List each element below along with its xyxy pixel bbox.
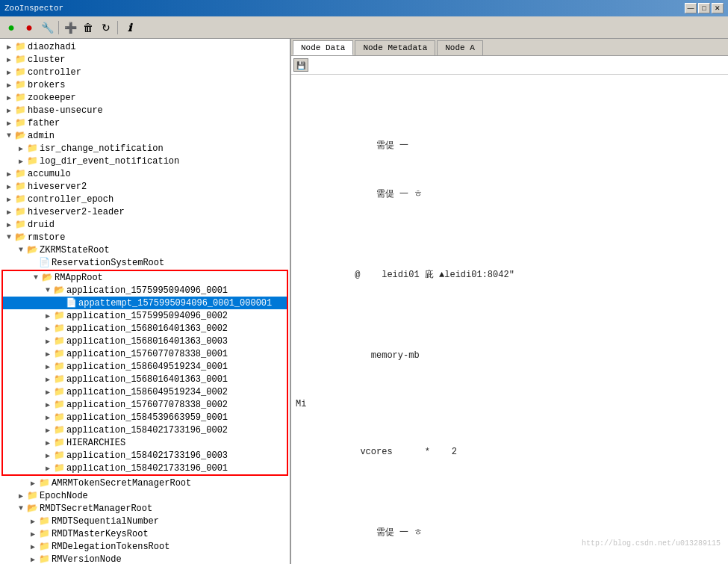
expander-icon[interactable]: ▶ (3, 106, 15, 115)
disconnect-button[interactable]: ● (21, 19, 37, 36)
list-item[interactable]: ▶ 📁 hiveserver2 (0, 180, 290, 193)
item-label: EpochNode (40, 491, 88, 501)
save-button[interactable]: 💾 (293, 58, 308, 72)
list-item[interactable]: ▶ 📁 application_1576077078338_0002 (3, 398, 287, 411)
expander-icon[interactable]: ▼ (3, 233, 15, 241)
list-item[interactable]: ▶ 📁 controller (0, 66, 290, 78)
expander-icon[interactable]: ▶ (3, 220, 15, 229)
list-item[interactable]: ▶ 📄 appattempt_1575995094096_0001_000001 (3, 297, 287, 309)
expander-icon[interactable]: ▶ (42, 388, 54, 397)
add-node-button[interactable]: ➕ (62, 19, 78, 36)
list-item[interactable]: ▶ 📁 RMDTMasterKeysRoot (0, 527, 290, 540)
list-item[interactable]: ▶ 📁 application_1586049519234_0001 (3, 360, 287, 373)
list-item[interactable]: ▼ 📂 rmstore (0, 231, 290, 244)
list-item[interactable]: ▶ 📁 brokers (0, 78, 290, 91)
list-item[interactable]: ▶ 📁 accumulo (0, 167, 290, 180)
list-item[interactable]: ▶ 📁 log_dir_event_notification (0, 155, 290, 167)
expander-icon[interactable]: ▶ (27, 479, 39, 488)
list-item[interactable]: ▶ 📁 hiveserver2-leader (0, 205, 290, 218)
list-item[interactable]: ▶ 📁 HIERARCHIES (3, 436, 287, 449)
list-item[interactable]: ▶ 📁 application_1586049519234_0002 (3, 385, 287, 398)
item-label: father (28, 118, 60, 128)
maximize-button[interactable]: □ (698, 3, 710, 13)
expander-icon[interactable]: ▶ (27, 555, 39, 564)
list-item[interactable]: ▼ 📂 RMAppRoot (3, 271, 287, 284)
separator-1 (58, 21, 59, 34)
expander-icon[interactable]: ▶ (42, 337, 54, 346)
list-item[interactable]: ▼ 📂 application_1575995094096_0001 (3, 284, 287, 297)
expander-icon[interactable]: ▶ (27, 517, 39, 526)
item-label: application_1568016401363_0002 (66, 323, 228, 334)
tab-node-acl[interactable]: Node A (437, 40, 483, 55)
expander-icon[interactable]: ▶ (3, 195, 15, 204)
expander-icon[interactable]: ▶ (3, 182, 15, 191)
expander-icon[interactable]: ▶ (42, 362, 54, 371)
info-button[interactable]: ℹ (121, 19, 137, 36)
expander-icon[interactable]: ▶ (15, 144, 27, 153)
folder-icon: 📂 (27, 244, 38, 255)
connect-button[interactable]: ● (3, 19, 19, 36)
expander-icon[interactable]: ▼ (30, 273, 42, 282)
list-item[interactable]: ▶ 📁 application_1584021733196_0003 (3, 449, 287, 462)
list-item[interactable]: ▼ 📂 admin (0, 129, 290, 142)
expander-icon[interactable]: ▶ (3, 55, 15, 64)
tab-node-data[interactable]: Node Data (293, 40, 353, 55)
expander-icon[interactable]: ▼ (15, 246, 27, 254)
list-item[interactable]: ▼ 📂 ZKRMStateRoot (0, 244, 290, 256)
refresh-button[interactable]: ↻ (98, 19, 114, 36)
list-item[interactable]: ▶ 📁 RMDelegationTokensRoot (0, 540, 290, 553)
expander-icon[interactable]: ▼ (15, 504, 27, 512)
expander-icon[interactable]: ▶ (3, 68, 15, 77)
list-item[interactable]: ▶ 📁 controller_epoch (0, 193, 290, 205)
close-button[interactable]: ✕ (712, 3, 724, 13)
list-item[interactable]: ▶ 📁 cluster (0, 53, 290, 66)
expander-icon[interactable]: ▼ (3, 131, 15, 140)
minimize-button[interactable]: — (685, 3, 697, 13)
list-item[interactable]: ▶ 📁 RMVersionNode (0, 553, 290, 564)
wrench-button[interactable]: 🔧 (39, 19, 55, 36)
expander-icon[interactable]: ▶ (3, 119, 15, 128)
list-item[interactable]: ▶ 📁 father (0, 117, 290, 129)
expander-icon[interactable]: ▶ (42, 413, 54, 422)
list-item[interactable]: ▶ 📁 application_1568016401363_0001 (3, 373, 287, 385)
expander-icon[interactable]: ▶ (42, 451, 54, 460)
expander-icon[interactable]: ▶ (42, 312, 54, 320)
list-item[interactable]: ▶ 📁 AMRMTokenSecretManagerRoot (0, 477, 290, 489)
expander-icon[interactable]: ▼ (42, 286, 54, 294)
list-item[interactable]: ▶ 📁 hbase-unsecure (0, 104, 290, 117)
list-item[interactable]: ▶ 📁 application_1568016401363_0002 (3, 322, 287, 335)
expander-icon[interactable]: ▶ (42, 350, 54, 359)
expander-icon[interactable]: ▶ (42, 426, 54, 435)
expander-icon[interactable]: ▶ (3, 170, 15, 179)
expander-icon[interactable]: ▶ (42, 400, 54, 409)
list-item[interactable]: ▶ 📁 RMDTSequentialNumber (0, 515, 290, 527)
expander-icon[interactable]: ▶ (27, 542, 39, 551)
list-item[interactable]: ▶ 📄 ReservationSystemRoot (0, 256, 290, 269)
list-item[interactable]: ▶ 📁 application_1575995094096_0002 (3, 309, 287, 322)
delete-node-button[interactable]: 🗑 (80, 19, 96, 36)
expander-icon[interactable]: ▶ (27, 530, 39, 539)
expander-icon[interactable]: ▶ (3, 93, 15, 102)
tab-node-metadata[interactable]: Node Metadata (355, 40, 435, 55)
list-item[interactable]: ▶ 📁 druid (0, 218, 290, 231)
expander-icon[interactable]: ▶ (3, 208, 15, 217)
expander-icon[interactable]: ▶ (42, 464, 54, 473)
list-item[interactable]: ▶ 📁 zookeeper (0, 91, 290, 104)
expander-icon[interactable]: ▶ (42, 324, 54, 333)
expander-icon[interactable]: ▶ (15, 492, 27, 501)
expander-icon[interactable]: ▶ (3, 43, 15, 52)
expander-icon[interactable]: ▶ (15, 157, 27, 166)
list-item[interactable]: ▼ 📂 RMDTSecretManagerRoot (0, 502, 290, 515)
list-item[interactable]: ▶ 📁 isr_change_notification (0, 142, 290, 155)
list-item[interactable]: ▶ 📁 EpochNode (0, 489, 290, 502)
list-item[interactable]: ▶ 📁 application_1584021733196_0002 (3, 424, 287, 436)
expander-icon[interactable]: ▶ (42, 439, 54, 447)
list-item[interactable]: ▶ 📁 diaozhadi (0, 40, 290, 53)
expander-icon[interactable]: ▶ (3, 81, 15, 90)
list-item[interactable]: ▶ 📁 application_1584539663959_0001 (3, 411, 287, 424)
list-item[interactable]: ▶ 📁 application_1584021733196_0001 (3, 462, 287, 474)
item-label: hiveserver2 (28, 182, 87, 192)
list-item[interactable]: ▶ 📁 application_1568016401363_0003 (3, 335, 287, 347)
expander-icon[interactable]: ▶ (42, 375, 54, 384)
list-item[interactable]: ▶ 📁 application_1576077078338_0001 (3, 347, 287, 360)
